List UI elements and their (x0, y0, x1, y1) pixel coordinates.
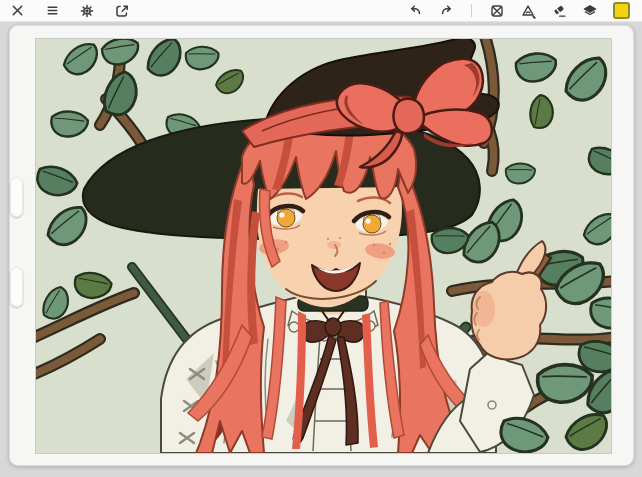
canvas-panel (9, 25, 634, 466)
redo-icon (439, 3, 454, 18)
undo-button[interactable] (406, 2, 424, 20)
mask-tool-button[interactable] (488, 2, 506, 20)
close-button[interactable] (8, 2, 26, 20)
eraser-icon (551, 3, 567, 19)
layers-button[interactable] (581, 2, 599, 20)
ruler-triangle-icon (520, 3, 536, 19)
share-icon (114, 3, 130, 19)
color-swatch (613, 2, 630, 19)
toolbar (0, 0, 642, 22)
share-button[interactable] (113, 2, 131, 20)
settings-gear-icon (79, 3, 95, 19)
menu-icon (45, 3, 60, 18)
canvas-artwork[interactable] (36, 39, 611, 453)
drawer-handle-bottom[interactable] (10, 267, 23, 307)
drawer-handle-top[interactable] (10, 177, 23, 217)
redo-button[interactable] (437, 2, 455, 20)
color-swatch-button[interactable] (612, 2, 630, 20)
menu-button[interactable] (43, 2, 61, 20)
mask-tool-icon (489, 3, 505, 19)
toolbar-divider (471, 4, 472, 17)
toolbar-right-group (406, 2, 630, 20)
settings-button[interactable] (78, 2, 96, 20)
close-icon (10, 3, 25, 18)
toolbar-left-group (8, 2, 131, 20)
ruler-tool-button[interactable] (519, 2, 537, 20)
layers-icon (582, 3, 598, 19)
undo-icon (408, 3, 423, 18)
eraser-tool-button[interactable] (550, 2, 568, 20)
